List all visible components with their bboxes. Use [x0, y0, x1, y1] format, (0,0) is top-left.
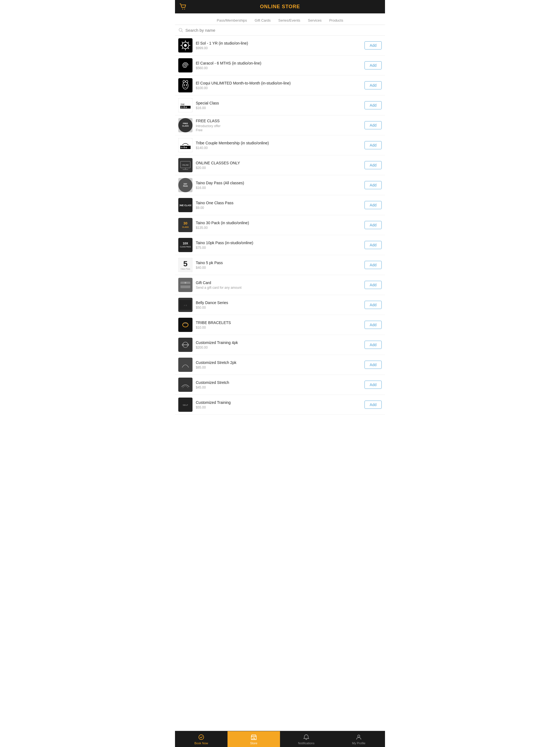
- svg-rect-45: [180, 320, 191, 330]
- svg-text:FREE: FREE: [183, 123, 188, 124]
- product-name: Belly Dance Series: [196, 300, 361, 305]
- product-price: $140.00: [196, 146, 361, 150]
- add-button[interactable]: Add: [364, 181, 382, 189]
- svg-point-15: [184, 84, 185, 86]
- product-price: $85.00: [196, 366, 361, 369]
- book-now-label: Book Now: [195, 742, 208, 745]
- svg-text:ONE CLASS: ONE CLASS: [179, 204, 192, 207]
- product-info: TRIBE BRACELETS$10.00: [196, 320, 361, 329]
- svg-text:SELF: SELF: [183, 404, 188, 406]
- product-price: $560.00: [196, 66, 361, 70]
- my-profile-icon: [355, 734, 362, 741]
- list-item: 5Class PassTaino 5 pk Pass$40.00Add: [175, 255, 385, 275]
- product-thumbnail: ♪ ♫: [178, 298, 193, 312]
- cart-icon[interactable]: [179, 3, 187, 11]
- search-input[interactable]: [185, 28, 382, 32]
- list-item: Customized Stretch 2pk$85.00Add: [175, 355, 385, 375]
- notifications-icon: [303, 734, 309, 741]
- add-button[interactable]: Add: [364, 201, 382, 209]
- product-info: Taino 5 pk Pass$40.00: [196, 260, 361, 269]
- product-price: $200.00: [196, 345, 361, 350]
- add-button[interactable]: Add: [364, 101, 382, 109]
- product-info: ONLINE CLASSES ONLY$20.00: [196, 160, 361, 170]
- svg-text:tribe: tribe: [181, 146, 187, 149]
- list-item: El Coqui UNLIMITED Month-to-Month (in-st…: [175, 75, 385, 96]
- add-button[interactable]: Add: [364, 261, 382, 269]
- add-button[interactable]: Add: [364, 41, 382, 50]
- product-name: Taino One Class Pass: [196, 200, 361, 205]
- product-price: $20.00: [196, 166, 361, 170]
- add-button[interactable]: Add: [364, 141, 382, 149]
- product-name: Special Class: [196, 101, 361, 106]
- add-button[interactable]: Add: [364, 161, 382, 169]
- list-item: 10XCLASS PASSTaino 10pk Pass (in-studio/…: [175, 235, 385, 255]
- add-button[interactable]: Add: [364, 401, 382, 409]
- tab-pass-memberships[interactable]: Pass/Memberships: [213, 16, 251, 25]
- product-thumbnail: [178, 38, 193, 52]
- product-info: Special Class$16.00: [196, 101, 361, 110]
- product-price: $9.00: [196, 206, 361, 210]
- product-thumbnail: [178, 78, 193, 93]
- product-thumbnail: 30CLASS: [178, 218, 193, 232]
- product-info: Customized Training$55.00: [196, 400, 361, 409]
- add-button[interactable]: Add: [364, 241, 382, 249]
- product-thumbnail: FREECLASS: [178, 118, 193, 132]
- svg-text:TRIBE: TRIBE: [183, 323, 187, 324]
- svg-line-11: [187, 42, 189, 43]
- product-name: Customized Stretch 2pk: [196, 360, 361, 365]
- svg-point-0: [182, 8, 183, 9]
- add-button[interactable]: Add: [364, 381, 382, 389]
- tab-series-events[interactable]: Series/Events: [275, 16, 304, 25]
- list-item: 30CLASSTaino 30 Pack (in studio/online)$…: [175, 215, 385, 235]
- tab-products[interactable]: Products: [325, 16, 347, 25]
- product-price: $40.00: [196, 266, 361, 269]
- svg-point-58: [358, 735, 360, 737]
- list-item: Customized Stretch$45.00Add: [175, 375, 385, 395]
- product-name: El Caracol - 6 MTHS (in studio/on-line): [196, 61, 361, 66]
- product-price: $45.00: [196, 386, 361, 389]
- list-item: Customized Training 4pk$200.00Add: [175, 335, 385, 355]
- book-now-icon: [198, 734, 205, 741]
- add-button[interactable]: Add: [364, 121, 382, 129]
- add-button[interactable]: Add: [364, 301, 382, 309]
- product-thumbnail: tribe: [178, 138, 193, 152]
- list-item: Gift CardSend a gift card for any amount…: [175, 275, 385, 295]
- nav-tabs: Pass/Memberships Gift Cards Series/Event…: [175, 14, 385, 25]
- bottom-nav-my-profile[interactable]: My Profile: [332, 731, 385, 747]
- product-info: Tribe Couple Membership (in studio/onlin…: [196, 140, 361, 150]
- bottom-nav-store[interactable]: Store: [228, 731, 280, 747]
- tab-services[interactable]: Services: [304, 16, 325, 25]
- svg-text:PASS: PASS: [183, 185, 188, 187]
- product-name: Gift Card: [196, 280, 361, 285]
- bottom-nav-book-now[interactable]: Book Now: [175, 731, 228, 747]
- tab-gift-cards[interactable]: Gift Cards: [251, 16, 275, 25]
- add-button[interactable]: Add: [364, 341, 382, 349]
- add-button[interactable]: Add: [364, 281, 382, 289]
- add-button[interactable]: Add: [364, 61, 382, 70]
- product-price: Free: [196, 128, 361, 132]
- product-name: El Sol - 1 YR (in studio/on-line): [196, 41, 361, 46]
- product-name: Tribe Couple Membership (in studio/onlin…: [196, 140, 361, 146]
- add-button[interactable]: Add: [364, 221, 382, 229]
- product-name: Taino Day Pass (All classes): [196, 180, 361, 185]
- product-info: El Caracol - 6 MTHS (in studio/on-line)$…: [196, 61, 361, 70]
- page-title: ONLINE STORE: [260, 4, 300, 9]
- search-icon: [178, 28, 183, 32]
- list-item: SELFCustomized Training$55.00Add: [175, 395, 385, 415]
- svg-text:tribe: tribe: [181, 106, 187, 108]
- svg-text:♪ ♫: ♪ ♫: [184, 304, 187, 307]
- add-button[interactable]: Add: [364, 361, 382, 369]
- add-button[interactable]: Add: [364, 81, 382, 89]
- product-name: Customized Training: [196, 400, 361, 405]
- product-thumbnail: SELF: [178, 397, 193, 412]
- product-price: $55.00: [196, 406, 361, 409]
- product-thumbnail: [178, 58, 193, 73]
- svg-line-10: [187, 48, 189, 49]
- list-item: tribeTribe Couple Membership (in studio/…: [175, 135, 385, 155]
- notifications-label: Notifications: [298, 742, 314, 745]
- product-name: Taino 5 pk Pass: [196, 260, 361, 265]
- svg-text:THE: THE: [180, 103, 184, 106]
- product-price: $100.00: [196, 86, 361, 90]
- add-button[interactable]: Add: [364, 321, 382, 329]
- bottom-nav-notifications[interactable]: Notifications: [280, 731, 332, 747]
